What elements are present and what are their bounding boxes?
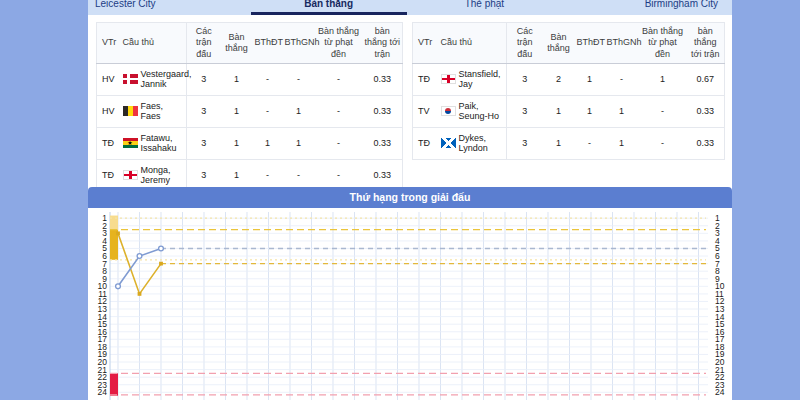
player-row[interactable]: TVPaik, Seung-Ho3111-0.33 — [413, 95, 725, 127]
stat-value: 0.33 — [363, 127, 403, 159]
column-header: BThĐT — [253, 23, 283, 64]
stat-value: 3 — [507, 95, 543, 127]
stat-value: 0.33 — [363, 95, 403, 127]
player-row[interactable]: TĐFatawu, Issahaku3111-0.33 — [97, 127, 403, 159]
stat-value: - — [639, 127, 687, 159]
column-header: BThGNh — [283, 23, 315, 64]
flag-england-icon — [441, 74, 456, 84]
stat-value: 2 — [543, 63, 575, 95]
stat-value: - — [605, 63, 639, 95]
player-name: Faes, Faes — [141, 101, 185, 122]
stat-value: 1 — [605, 127, 639, 159]
ranking-chart: 1122334455667788991010111112121313141415… — [88, 208, 732, 400]
stat-value: 1 — [543, 127, 575, 159]
tab-leicester-city[interactable]: Leicester City — [88, 0, 251, 15]
stat-value: 3 — [187, 127, 221, 159]
chart-title: Thứ hạng trong giải đấu — [88, 187, 732, 208]
player-name: Vestergaard, Jannik — [141, 69, 192, 90]
stat-value: 1 — [575, 63, 605, 95]
stat-value: - — [283, 63, 315, 95]
stat-value: 1 — [283, 127, 315, 159]
y-axis-label-right: 24 — [715, 387, 725, 397]
player-name: Dykes, Lyndon — [459, 133, 505, 154]
table-header-row: VTrCầu thủCác trận đấuBàn thắngBThĐTBThG… — [413, 23, 725, 64]
stat-value: 1 — [543, 95, 575, 127]
column-header: bàn thắng tới trận — [687, 23, 725, 64]
stat-value: 0.67 — [687, 63, 725, 95]
column-header: bàn thắng tới trận — [363, 23, 403, 64]
stats-page: Leicester City Bàn thắng Thẻ phạt Birmin… — [0, 0, 800, 400]
flag-denmark-icon — [123, 74, 138, 84]
column-header: Bàn thắng từ phạt đền — [315, 23, 363, 64]
stat-value: 0.33 — [363, 63, 403, 95]
stat-value: 1 — [575, 95, 605, 127]
position-label: TĐ — [97, 127, 121, 159]
player-row[interactable]: TĐDykes, Lyndon31-1-0.33 — [413, 127, 725, 159]
player-name: Stansfield, Jay — [459, 69, 505, 90]
column-header: BThGNh — [605, 23, 639, 64]
player-name: Paik, Seung-Ho — [459, 101, 505, 122]
stat-value: - — [315, 127, 363, 159]
flag-belgium-icon — [123, 106, 138, 116]
tab-cards[interactable]: Thẻ phạt — [407, 0, 563, 15]
position-label: HV — [97, 63, 121, 95]
stat-value: 0.33 — [687, 95, 725, 127]
content-panel: Leicester City Bàn thắng Thẻ phạt Birmin… — [88, 0, 732, 400]
player-row[interactable]: TĐStansfield, Jay321-10.67 — [413, 63, 725, 95]
home-goals-table: VTrCầu thủCác trận đấuBàn thắngBThĐTBThG… — [96, 22, 403, 192]
stat-value: 1 — [221, 63, 253, 95]
stat-value: - — [253, 95, 283, 127]
stat-value: 1 — [221, 95, 253, 127]
player-name: Fatawu, Issahaku — [141, 133, 185, 154]
position-label: HV — [97, 95, 121, 127]
table-header-row: VTrCầu thủCác trận đấuBàn thắngBThĐTBThG… — [97, 23, 403, 64]
stat-value: 3 — [187, 95, 221, 127]
tab-birmingham-city[interactable]: Birmingham City — [562, 0, 732, 15]
flag-scotland-icon — [441, 138, 456, 148]
tab-bar: Leicester City Bàn thắng Thẻ phạt Birmin… — [88, 0, 732, 15]
position-label: TV — [413, 95, 439, 127]
stat-value: 1 — [639, 63, 687, 95]
flag-ghana-icon — [123, 138, 138, 148]
column-header: Các trận đấu — [507, 23, 543, 64]
position-label: TĐ — [413, 63, 439, 95]
stat-value: 3 — [507, 127, 543, 159]
column-header: Bàn thắng từ phạt đền — [639, 23, 687, 64]
column-header: VTr — [97, 23, 121, 64]
column-header: Cầu thủ — [439, 23, 507, 64]
player-row[interactable]: HVFaes, Faes31-1-0.33 — [97, 95, 403, 127]
position-label: TĐ — [413, 127, 439, 159]
y-axis-label-left: 24 — [98, 387, 108, 397]
player-row[interactable]: HVVestergaard, Jannik31---0.33 — [97, 63, 403, 95]
column-header: Bàn thắng — [543, 23, 575, 64]
stat-value: 3 — [187, 63, 221, 95]
stat-value: - — [639, 95, 687, 127]
away-goals-table: VTrCầu thủCác trận đấuBàn thắngBThĐTBThG… — [412, 22, 725, 160]
stat-value: - — [253, 63, 283, 95]
flag-south-korea-icon — [441, 106, 456, 116]
tab-goals[interactable]: Bàn thắng — [251, 0, 407, 15]
stat-value: 1 — [253, 127, 283, 159]
stat-value: 1 — [283, 95, 315, 127]
column-header: BThĐT — [575, 23, 605, 64]
column-header: Bàn thắng — [221, 23, 253, 64]
stat-value: 0.33 — [687, 127, 725, 159]
stat-value: 3 — [507, 63, 543, 95]
column-header: VTr — [413, 23, 439, 64]
stat-value: - — [315, 63, 363, 95]
flag-england-icon — [123, 170, 138, 180]
stat-value: - — [315, 95, 363, 127]
stat-value: 1 — [221, 127, 253, 159]
stat-value: - — [575, 127, 605, 159]
stat-value: 1 — [605, 95, 639, 127]
column-header: Các trận đấu — [187, 23, 221, 64]
player-name: Monga, Jeremy — [141, 165, 185, 186]
column-header: Cầu thủ — [121, 23, 187, 64]
